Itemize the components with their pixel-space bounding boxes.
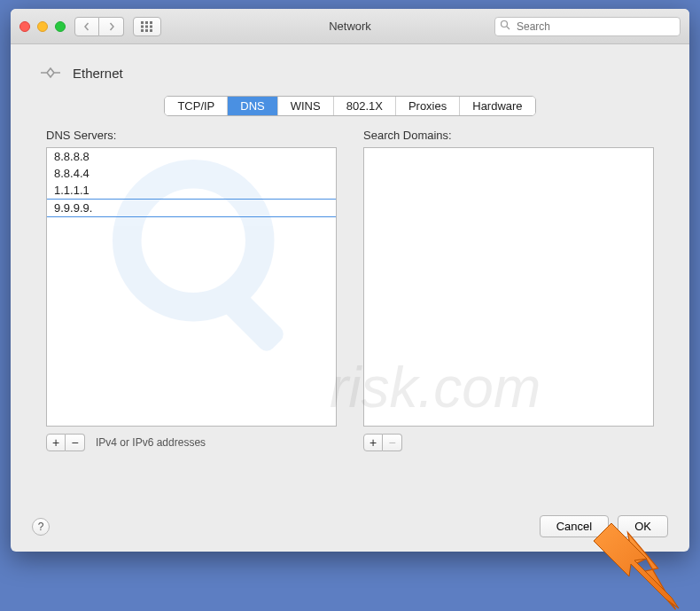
back-button[interactable] <box>74 17 99 36</box>
ethernet-icon <box>37 62 64 83</box>
svg-rect-5 <box>150 25 152 27</box>
page-title: Ethernet <box>73 66 123 81</box>
help-button[interactable]: ? <box>32 518 50 536</box>
close-window-button[interactable] <box>19 21 30 32</box>
svg-rect-4 <box>145 25 148 27</box>
search-domains-label: Search Domains: <box>363 129 654 142</box>
dns-server-row[interactable]: 8.8.8.8 <box>47 148 336 165</box>
remove-search-domain-button: − <box>383 434 402 451</box>
svg-point-9 <box>502 20 508 27</box>
zoom-window-button[interactable] <box>55 21 66 32</box>
svg-rect-3 <box>141 25 144 27</box>
add-dns-button[interactable]: + <box>46 434 66 451</box>
dns-servers-list[interactable]: 8.8.8.88.8.4.41.1.1.19.9.9.9. <box>46 147 337 427</box>
search-domains-list[interactable] <box>363 147 654 427</box>
cancel-button[interactable]: Cancel <box>540 515 609 537</box>
svg-rect-2 <box>150 21 152 24</box>
forward-button[interactable] <box>99 17 124 36</box>
minimize-window-button[interactable] <box>37 21 48 32</box>
dns-server-row[interactable]: 1.1.1.1 <box>47 182 336 199</box>
tab-tcpip[interactable]: TCP/IP <box>165 97 228 115</box>
ok-button[interactable]: OK <box>618 515 668 537</box>
tab-dns[interactable]: DNS <box>228 97 277 115</box>
dns-server-row[interactable]: 9.9.9.9. <box>47 199 336 217</box>
dns-server-row[interactable]: 8.8.4.4 <box>47 165 336 182</box>
dns-footer-label: IPv4 or IPv6 addresses <box>96 436 206 449</box>
tab-8021x[interactable]: 802.1X <box>334 97 396 115</box>
tabs-bar: TCP/IPDNSWINS802.1XProxiesHardware <box>164 96 535 116</box>
tab-proxies[interactable]: Proxies <box>396 97 460 115</box>
search-input[interactable] <box>494 17 681 36</box>
tab-hardware[interactable]: Hardware <box>460 97 534 115</box>
show-all-button[interactable] <box>133 17 161 36</box>
search-icon <box>500 20 510 33</box>
svg-rect-8 <box>150 29 152 32</box>
dns-servers-label: DNS Servers: <box>46 129 337 142</box>
svg-line-10 <box>507 27 509 29</box>
svg-rect-0 <box>141 21 144 24</box>
tab-wins[interactable]: WINS <box>278 97 334 115</box>
add-search-domain-button[interactable]: + <box>363 434 383 451</box>
svg-rect-1 <box>145 21 148 24</box>
remove-dns-button[interactable]: − <box>66 434 85 451</box>
svg-rect-6 <box>141 29 144 32</box>
svg-rect-7 <box>145 29 148 32</box>
